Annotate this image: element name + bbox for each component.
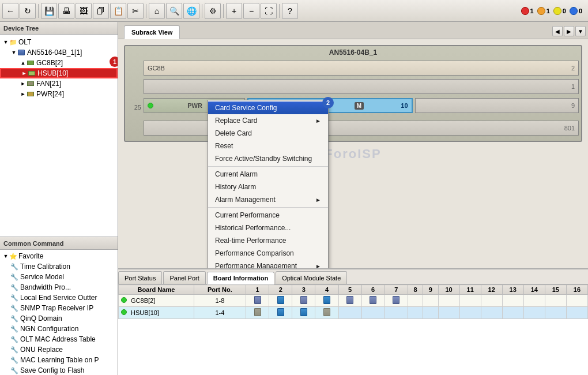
status-indicators: 1 1 0 0: [521, 7, 586, 15]
wrench-icon-onu-replace: 🔧: [10, 346, 18, 354]
cc-favorite-expand[interactable]: ▼: [2, 253, 9, 260]
col-2: 2: [269, 285, 292, 295]
tab-nav-right[interactable]: ▶: [564, 26, 574, 36]
col-15: 15: [545, 285, 566, 295]
td-hsub-p10: [438, 307, 459, 319]
tab-board-information[interactable]: Board Information: [207, 272, 274, 284]
toolbar-btn-search[interactable]: 🔍: [166, 3, 182, 19]
cc-item-olt-mac[interactable]: 🔧 OLT MAC Address Table: [0, 334, 118, 344]
toolbar-btn-print2[interactable]: 🖼: [76, 3, 92, 19]
menu-item-force-switching[interactable]: Force Active/Standby Switching: [208, 152, 328, 165]
menu-label-historical-performance: Historical Performance...: [215, 224, 291, 232]
cc-item-snmp-label: SNMP Trap Receiver IP: [20, 304, 93, 312]
tree-item-pwr[interactable]: ► PWR[24]: [0, 89, 118, 99]
tab-port-status[interactable]: Port Status: [118, 271, 162, 284]
port-2-gc8b: [277, 296, 284, 304]
menu-item-card-service-config[interactable]: Card Service Config 2: [208, 102, 328, 114]
tree-item-olt[interactable]: ▼ 📁 OLT: [0, 37, 118, 47]
menu-item-realtime-performance[interactable]: Real-time Performance: [208, 234, 328, 247]
tab-nav-down[interactable]: ▼: [575, 26, 586, 36]
menu-label-delete-card: Delete Card: [215, 129, 252, 137]
tree-expand-hsub[interactable]: ►: [21, 70, 28, 77]
tree-item-gc8b[interactable]: ▲ GC8B[2] 1: [0, 58, 118, 68]
cc-item-qinq[interactable]: 🔧 QinQ Domain: [0, 313, 118, 324]
menu-item-alarm-management[interactable]: Alarm Management ►: [208, 193, 328, 206]
toolbar-btn-refresh[interactable]: ↻: [20, 3, 36, 19]
toolbar-btn-network[interactable]: 🌐: [183, 3, 199, 19]
tree-expand-an5516[interactable]: ▼: [10, 49, 17, 56]
col-8: 8: [408, 285, 423, 295]
cc-item-time-label: Time Calibration: [20, 262, 70, 271]
menu-item-performance-management[interactable]: Performance Management ►: [208, 260, 328, 268]
td-hsub-p9: [423, 307, 438, 319]
cc-item-save-config[interactable]: 🔧 Save Config to Flash: [0, 365, 118, 375]
tree-item-hsub[interactable]: ► HSUB[10]: [0, 68, 118, 78]
cc-item-bandwidth[interactable]: 🔧 Bandwidth Pro...: [0, 282, 118, 292]
toolbar-sep-2: [146, 4, 146, 18]
subrack-title: AN5516-04B_1: [127, 48, 579, 57]
tree-expand-fan[interactable]: ►: [20, 80, 27, 87]
context-menu: Card Service Config 2 Replace Card ► Del…: [208, 100, 329, 268]
cc-item-time[interactable]: 🔧 Time Calibration: [0, 261, 118, 272]
toolbar-sep-1: [38, 4, 39, 18]
wrench-icon-save-config: 🔧: [10, 366, 18, 374]
cc-item-onu-replace[interactable]: 🔧 ONU Replace: [0, 344, 118, 355]
card-icon-hsub: [28, 69, 36, 77]
tab-subrack-view[interactable]: Subrack View: [124, 25, 180, 39]
cc-favorite-section[interactable]: ▼ ⭐ Favorite: [0, 251, 118, 261]
tab-port-status-label: Port Status: [125, 275, 156, 282]
toolbar-btn-back[interactable]: ←: [2, 3, 18, 19]
col-7: 7: [385, 285, 408, 295]
menu-item-replace-card[interactable]: Replace Card ►: [208, 114, 328, 127]
toolbar-btn-print[interactable]: 🖶: [58, 3, 74, 19]
cc-favorite-icon: ⭐: [9, 252, 17, 260]
wrench-icon-snmp: 🔧: [10, 304, 18, 312]
tree-label-an5516: AN5516-04B_1[1]: [27, 48, 82, 57]
hsub-name-label: HSUB[10]: [131, 309, 159, 316]
toolbar-btn-copy[interactable]: 🗍: [93, 3, 109, 19]
tree-expand-gc8b[interactable]: ▲: [20, 59, 27, 66]
cc-item-local-end[interactable]: 🔧 Local End Service Outter: [0, 292, 118, 303]
tree-expand-olt[interactable]: ▼: [2, 39, 9, 46]
toolbar-btn-fit[interactable]: ⛶: [261, 3, 277, 19]
td-gc8b-p15: [545, 295, 566, 307]
tree-label-pwr: PWR[24]: [36, 90, 64, 98]
cc-item-service-model[interactable]: 🔧 Service Model: [0, 272, 118, 282]
toolbar-btn-save[interactable]: 💾: [41, 3, 57, 19]
toolbar-btn-zoom-out[interactable]: −: [243, 3, 259, 19]
toolbar-btn-cut[interactable]: ✂: [127, 3, 144, 19]
menu-item-current-alarm[interactable]: Current Alarm: [208, 168, 328, 181]
cc-item-mac-learning-label: MAC Learning Table on P: [20, 356, 99, 364]
port-3-gc8b: [300, 296, 307, 304]
row-num-pwr: 25: [127, 104, 141, 111]
wrench-icon-ngn: 🔧: [10, 325, 18, 333]
menu-item-reset[interactable]: Reset: [208, 140, 328, 152]
port-6-gc8b: [370, 296, 376, 304]
col-board-name: Board Name: [119, 285, 194, 295]
menu-item-history-alarm[interactable]: History Alarm: [208, 181, 328, 193]
device-tree-header: Device Tree: [0, 22, 118, 35]
tree-item-fan[interactable]: ► FAN[21]: [0, 78, 118, 89]
tab-panel-port[interactable]: Panel Port: [163, 271, 205, 284]
toolbar-btn-settings[interactable]: ⚙: [205, 3, 221, 19]
tree-expand-pwr[interactable]: ►: [20, 91, 27, 97]
menu-item-performance-comparison[interactable]: Performance Comparison: [208, 247, 328, 260]
cc-item-mac-learning[interactable]: 🔧 MAC Learning Table on P: [0, 355, 118, 365]
toolbar-btn-zoom-in[interactable]: +: [226, 3, 242, 19]
tree-item-an5516[interactable]: ▼ AN5516-04B_1[1]: [0, 47, 118, 58]
card-icon-pwr: [27, 90, 35, 98]
toolbar-btn-help[interactable]: ?: [282, 3, 298, 19]
menu-item-current-performance[interactable]: Current Performance: [208, 209, 328, 222]
menu-item-delete-card[interactable]: Delete Card: [208, 127, 328, 140]
slot-gc8b[interactable]: GC8B 2: [144, 61, 579, 76]
device-tree-label: Device Tree: [3, 25, 39, 32]
cc-item-snmp[interactable]: 🔧 SNMP Trap Receiver IP: [0, 303, 118, 313]
tab-nav-left[interactable]: ◀: [552, 26, 563, 36]
port-1-hsub: [254, 308, 261, 316]
slot-empty-1: 1: [144, 79, 579, 94]
toolbar-btn-paste[interactable]: 📋: [110, 3, 126, 19]
toolbar-btn-home[interactable]: ⌂: [149, 3, 165, 19]
cc-item-ngn[interactable]: 🔧 NGN Configuration: [0, 324, 118, 334]
menu-item-historical-performance[interactable]: Historical Performance...: [208, 222, 328, 234]
tab-optical-module[interactable]: Optical Module State: [276, 271, 347, 284]
